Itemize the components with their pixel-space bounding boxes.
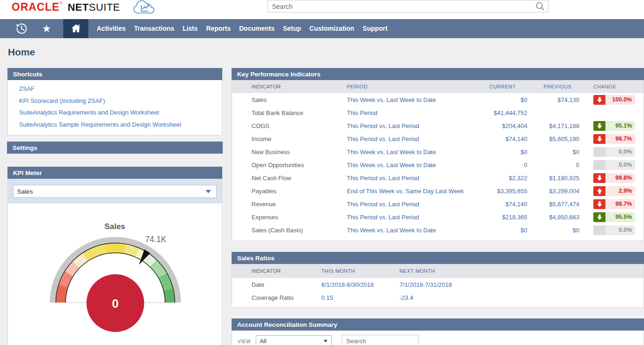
account-reconciliation-portlet: Account Reconciliation Summary VIEW All xyxy=(232,318,644,345)
kpi-current-value[interactable]: $74,140 xyxy=(467,201,527,208)
col-current: CURRENT xyxy=(467,84,527,89)
registered-mark: ® xyxy=(60,1,62,5)
arrow-icon xyxy=(593,225,605,235)
shortcut-link-kpi-scorecard[interactable]: KPI Scorecard (Including ZSAF) xyxy=(8,95,222,107)
change-badge: 2.9% xyxy=(593,186,635,196)
shortcuts-portlet: Shortcuts ZSAF KPI Scorecard (Including … xyxy=(7,68,222,135)
shortcuts-star-icon[interactable]: ★ xyxy=(40,19,53,38)
nav-item-setup[interactable]: Setup xyxy=(279,19,305,38)
shortcut-link-zsaf[interactable]: ZSAF xyxy=(8,83,222,95)
nav-menu: Activities Transactions Lists Reports Do… xyxy=(93,19,392,38)
ratio-this-month: 0.15 xyxy=(321,294,399,301)
kpi-indicator: Sales xyxy=(252,96,347,103)
kpi-current-value[interactable]: $0 xyxy=(467,96,527,103)
kpi-current-value[interactable]: $3,395,655 xyxy=(467,188,527,195)
kpi-previous-value[interactable]: $0 xyxy=(527,227,579,234)
kpi-previous-value[interactable]: $5,677,474 xyxy=(527,201,579,208)
reconciliation-search-input[interactable] xyxy=(342,335,419,345)
kpi-current-value[interactable]: 0 xyxy=(467,162,527,169)
kpi-period-link[interactable]: End of This Week vs. Same Day Last Week xyxy=(347,188,467,195)
chevron-down-icon xyxy=(206,190,211,193)
page-body: Home Shortcuts ZSAF KPI Scorecard (Inclu… xyxy=(0,38,644,345)
select-arrow-icon xyxy=(324,340,327,342)
kpi-period-link[interactable]: This Week vs. Last Week to Date xyxy=(347,162,467,169)
nav-item-documents[interactable]: Documents xyxy=(235,19,279,38)
kpi-meter-selected-value: Sales xyxy=(17,188,33,195)
nav-item-support[interactable]: Support xyxy=(359,19,392,38)
kpi-previous-value[interactable]: $4,171,188 xyxy=(527,122,579,129)
view-selected-value: All xyxy=(259,338,266,345)
kpi-meter-portlet: KPI Meter Sales Sales xyxy=(7,167,222,345)
view-select[interactable]: All xyxy=(256,335,332,345)
kpi-period-link[interactable]: This Period vs. Last Period xyxy=(347,201,467,208)
kpi-current-value[interactable]: $218,365 xyxy=(467,214,527,221)
shortcut-link-suiteanalytics-sample[interactable]: SuiteAnalytics Sample Requirements and D… xyxy=(8,119,222,131)
kpi-indicator: New Business xyxy=(252,149,347,156)
gauge-value: 0 xyxy=(112,297,119,311)
kpi-row-expenses: Expenses This Period vs. Last Period $21… xyxy=(232,210,644,223)
nav-item-transactions[interactable]: Transactions xyxy=(130,19,178,38)
kpi-current-value[interactable]: $204,404 xyxy=(467,122,527,129)
kpi-current-value[interactable]: $2,322 xyxy=(467,175,527,182)
arrow-icon xyxy=(593,212,605,222)
settings-header: Settings xyxy=(7,142,223,154)
kpi-previous-value[interactable]: $3,299,004 xyxy=(527,188,579,195)
ratio-next-month: 7/1/2018-7/31/2018 xyxy=(399,281,644,288)
home-icon xyxy=(70,23,82,34)
change-percent: 98.7% xyxy=(605,134,635,144)
logo-netsuite-text: NETSUITE xyxy=(67,1,120,13)
kpi-previous-value[interactable]: 0 xyxy=(527,162,579,169)
logo-oracle-text: ORACLE xyxy=(12,1,60,13)
search-icon[interactable] xyxy=(535,1,545,11)
nav-item-customization[interactable]: Customization xyxy=(305,19,358,38)
kpi-period-link[interactable]: This Period vs. Last Period xyxy=(347,135,467,142)
global-search xyxy=(267,0,549,13)
shortcuts-list: ZSAF KPI Scorecard (Including ZSAF) Suit… xyxy=(8,80,222,135)
kpi-current-value[interactable]: $41,444,752 xyxy=(467,109,527,116)
nav-item-reports[interactable]: Reports xyxy=(202,19,235,38)
view-label: VIEW xyxy=(238,338,251,344)
arrow-icon xyxy=(593,95,605,105)
shortcut-link-suiteanalytics-req[interactable]: SuiteAnalytics Requirements and Design W… xyxy=(8,107,222,119)
kpi-current-value[interactable]: $0 xyxy=(467,149,527,156)
kpi-previous-value[interactable]: $0 xyxy=(527,149,579,156)
kpi-current-value[interactable]: $74,140 xyxy=(467,135,527,142)
kpi-period-link[interactable]: This Week vs. Last Week to Date xyxy=(347,96,467,103)
shortcuts-header: Shortcuts xyxy=(7,68,222,80)
change-badge: 95.5% xyxy=(593,212,635,222)
change-percent: 99.8% xyxy=(605,173,635,183)
global-search-input[interactable] xyxy=(268,3,535,10)
kpi-indicator: Net Cash Flow xyxy=(252,175,347,182)
kpi-previous-value[interactable]: $5,605,190 xyxy=(527,135,579,142)
gauge-max-label: 74.1K xyxy=(145,235,166,244)
oracle-netsuite-logo: ORACLE® NETSUITE xyxy=(12,1,120,14)
kpi-meter-select[interactable]: Sales xyxy=(13,185,217,198)
nav-item-lists[interactable]: Lists xyxy=(179,19,202,38)
kpi-period-link[interactable]: This Period vs. Last Period xyxy=(347,214,467,221)
kpi-period-link[interactable]: This Period vs. Last Period xyxy=(347,175,467,182)
col-change: CHANGE xyxy=(579,84,635,89)
kpi-period-link[interactable]: This Week vs. Last Week to Date xyxy=(347,149,467,156)
ratio-next-month: -23.4 xyxy=(399,294,644,301)
kpi-portlet: Key Performance Indicators INDICATOR PER… xyxy=(232,68,644,241)
kpi-indicator: Expenses xyxy=(252,214,347,221)
kpi-previous-value[interactable]: $4,850,663 xyxy=(527,214,579,221)
home-tab[interactable] xyxy=(63,19,88,38)
col-period: PERIOD xyxy=(347,84,467,89)
kpi-indicator: Payables xyxy=(252,188,347,195)
ratio-indicator: Date xyxy=(252,281,321,288)
cloud-chart-icon[interactable] xyxy=(131,0,160,15)
ratio-row-date: Date 6/1/2018-6/30/2018 7/1/2018-7/31/20… xyxy=(232,278,644,291)
kpi-previous-value[interactable]: $74,130 xyxy=(527,96,579,103)
kpi-period-link[interactable]: This Week vs. Last Week to Date xyxy=(347,227,467,234)
kpi-period-link[interactable]: This Period xyxy=(347,109,467,116)
kpi-period-link[interactable]: This Period vs. Last Period xyxy=(347,122,467,129)
kpi-previous-value[interactable]: $1,180,925 xyxy=(527,175,579,182)
recent-records-icon[interactable] xyxy=(14,19,28,38)
change-percent: 2.9% xyxy=(605,186,635,196)
sales-gauge: 0 74.1K xyxy=(8,232,222,344)
change-badge: 99.8% xyxy=(593,173,635,183)
kpi-current-value[interactable]: $0 xyxy=(467,227,527,234)
top-bar: ORACLE® NETSUITE xyxy=(0,0,644,19)
nav-item-activities[interactable]: Activities xyxy=(93,19,130,38)
